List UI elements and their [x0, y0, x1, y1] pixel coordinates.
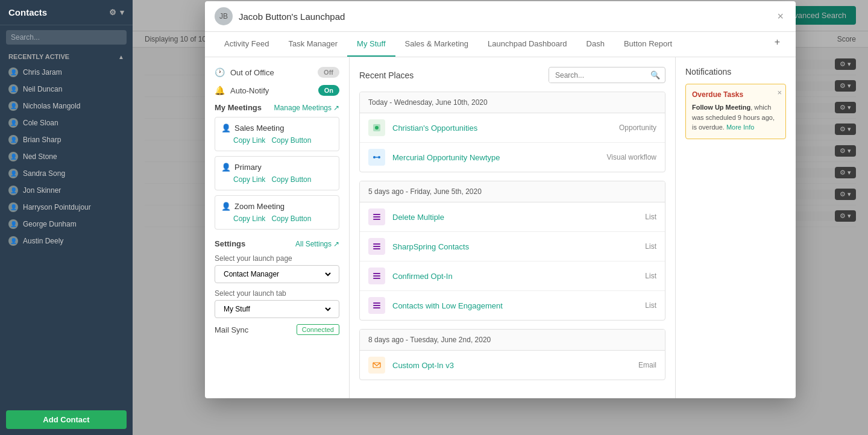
copy-button-button[interactable]: Copy Button	[271, 136, 311, 145]
list-item[interactable]: 👤 George Dunham	[0, 216, 133, 233]
modal-close-button[interactable]: ×	[775, 10, 786, 23]
place-name-link[interactable]: Delete Multiple	[392, 213, 638, 222]
sidebar-header: Contacts ⚙ ▾	[0, 0, 133, 25]
tab-launchpad-dashboard[interactable]: Launchpad Dashboard	[478, 32, 577, 57]
notification-close-button[interactable]: ×	[777, 88, 782, 97]
avatar: 👤	[8, 236, 18, 246]
manage-meetings-link[interactable]: Manage Meetings ↗	[274, 104, 339, 112]
avatar: 👤	[8, 84, 18, 94]
notification-card: × Overdue Tasks Follow Up Meeting, which…	[685, 84, 786, 139]
meeting-name: 👤 Sales Meeting	[221, 124, 333, 133]
external-link-icon: ↗	[333, 240, 339, 248]
recently-active-label: RECENTLY ACTIVE	[8, 53, 69, 60]
contact-name: Nicholas Mangold	[23, 102, 80, 110]
place-item: Christian's Opportunities Opportunity	[360, 113, 665, 143]
mail-sync-label: Mail Sync	[215, 325, 248, 334]
bell-icon: 🔔	[215, 86, 225, 95]
avatar: 👤	[8, 169, 18, 178]
place-type: List	[645, 272, 656, 280]
launch-tab-select[interactable]: My Stuff	[221, 304, 333, 314]
settings-header: Settings All Settings ↗	[215, 239, 339, 248]
main-content: ⚙ ▾ Advanced Search Displaying 10 of 10 …	[133, 0, 868, 435]
copy-link-button[interactable]: Copy Link	[233, 175, 265, 184]
meeting-card-primary: 👤 Primary Copy Link Copy Button	[215, 156, 339, 190]
out-of-office-toggle-button[interactable]: Off	[318, 67, 339, 78]
copy-link-button[interactable]: Copy Link	[233, 136, 265, 145]
sidebar-search-input[interactable]	[6, 30, 127, 45]
auto-notify-label: Auto-Notify	[230, 86, 313, 95]
all-settings-link[interactable]: All Settings ↗	[295, 240, 339, 248]
place-type: Opportunity	[619, 124, 656, 132]
copy-button-button[interactable]: Copy Button	[271, 214, 311, 223]
clock-icon: 🕐	[215, 67, 225, 77]
meeting-links: Copy Link Copy Button	[233, 136, 333, 145]
list-item[interactable]: 👤 Nicholas Mangold	[0, 98, 133, 114]
notifications-panel: Notifications × Overdue Tasks Follow Up …	[675, 57, 796, 398]
tab-dash[interactable]: Dash	[577, 32, 614, 57]
chevron-down-icon[interactable]: ▾	[120, 8, 124, 17]
launch-tab-dropdown[interactable]: My Stuff	[215, 300, 339, 318]
avatar: 👤	[8, 202, 18, 212]
copy-button-button[interactable]: Copy Button	[271, 175, 311, 184]
out-of-office-row: 🕐 Out of Office Off	[215, 67, 339, 78]
place-name-link[interactable]: Custom Opt-In v3	[392, 361, 631, 370]
left-panel: 🕐 Out of Office Off 🔔 Auto-Notify On	[205, 57, 350, 398]
avatar: 👤	[8, 67, 18, 77]
tab-task-manager[interactable]: Task Manager	[278, 32, 347, 57]
list-item[interactable]: 👤 Austin Deely	[0, 233, 133, 249]
launch-page-dropdown[interactable]: Contact Manager	[215, 265, 339, 283]
tab-button-report[interactable]: Button Report	[614, 32, 682, 57]
list-item[interactable]: 👤 Cole Sloan	[0, 114, 133, 131]
out-of-office-toggle[interactable]: Off	[318, 67, 339, 78]
place-name-link[interactable]: SharpSpring Contacts	[392, 242, 638, 251]
copy-link-button[interactable]: Copy Link	[233, 214, 265, 223]
sidebar-header-icons[interactable]: ⚙ ▾	[109, 8, 124, 17]
place-name-link[interactable]: Christian's Opportunities	[392, 124, 612, 133]
recent-places-panel: Recent Places 🔍 Today - Wednesday, June …	[350, 57, 675, 398]
gear-icon[interactable]: ⚙	[109, 8, 116, 17]
person-icon: 👤	[221, 124, 231, 133]
recently-active-arrow[interactable]: ▲	[118, 54, 124, 60]
contact-name: Austin Deely	[23, 237, 63, 245]
contact-name: Neil Duncan	[23, 85, 62, 93]
tab-my-stuff[interactable]: My Stuff	[347, 32, 395, 57]
contact-name: Brian Sharp	[23, 136, 61, 144]
contact-name: Harryson Pointdujour	[23, 203, 91, 211]
svg-rect-8	[373, 243, 380, 245]
place-type: List	[645, 301, 656, 310]
list-item[interactable]: 👤 Chris Jaram	[0, 64, 133, 81]
place-type: Email	[638, 361, 656, 369]
list-item[interactable]: 👤 Neil Duncan	[0, 81, 133, 98]
settings-section: Settings All Settings ↗ Select your laun…	[215, 239, 339, 335]
recent-places-search-input[interactable]	[549, 68, 646, 83]
list-icon	[368, 208, 385, 225]
list-item[interactable]: 👤 Harryson Pointdujour	[0, 199, 133, 216]
meeting-card-zoom: 👤 Zoom Meeting Copy Link Copy Button	[215, 195, 339, 230]
date-group-card: Today - Wednesday, June 10th, 2020 Chris…	[359, 92, 665, 172]
search-icon[interactable]: 🔍	[646, 67, 665, 83]
more-info-link[interactable]: More Info	[726, 124, 754, 131]
svg-rect-9	[373, 246, 380, 247]
place-name-link[interactable]: Mercurial Opportunity Newtype	[392, 153, 600, 162]
add-tab-button[interactable]: +	[769, 32, 786, 57]
tab-activity-feed[interactable]: Activity Feed	[215, 32, 278, 57]
svg-point-2	[373, 156, 376, 158]
launch-page-select[interactable]: Contact Manager	[221, 269, 333, 279]
place-name-link[interactable]: Confirmed Opt-In	[392, 272, 638, 281]
tab-sales-marketing[interactable]: Sales & Marketing	[395, 32, 479, 57]
contact-name: George Dunham	[23, 220, 77, 228]
auto-notify-row: 🔔 Auto-Notify On	[215, 85, 339, 96]
avatar: 👤	[8, 101, 18, 111]
add-contact-button[interactable]: Add Contact	[6, 410, 127, 429]
auto-notify-toggle[interactable]: On	[318, 85, 339, 96]
place-type: Visual workflow	[607, 153, 656, 161]
place-name-link[interactable]: Contacts with Low Engagement	[392, 301, 638, 310]
list-item[interactable]: 👤 Jon Skinner	[0, 182, 133, 199]
place-item: Contacts with Low Engagement List	[360, 291, 665, 320]
list-item[interactable]: 👤 Ned Stone	[0, 148, 133, 165]
avatar: 👤	[8, 118, 18, 128]
list-item[interactable]: 👤 Sandra Song	[0, 165, 133, 182]
auto-notify-toggle-button[interactable]: On	[318, 85, 339, 96]
modal-body: 🕐 Out of Office Off 🔔 Auto-Notify On	[205, 57, 796, 398]
list-item[interactable]: 👤 Brian Sharp	[0, 131, 133, 148]
